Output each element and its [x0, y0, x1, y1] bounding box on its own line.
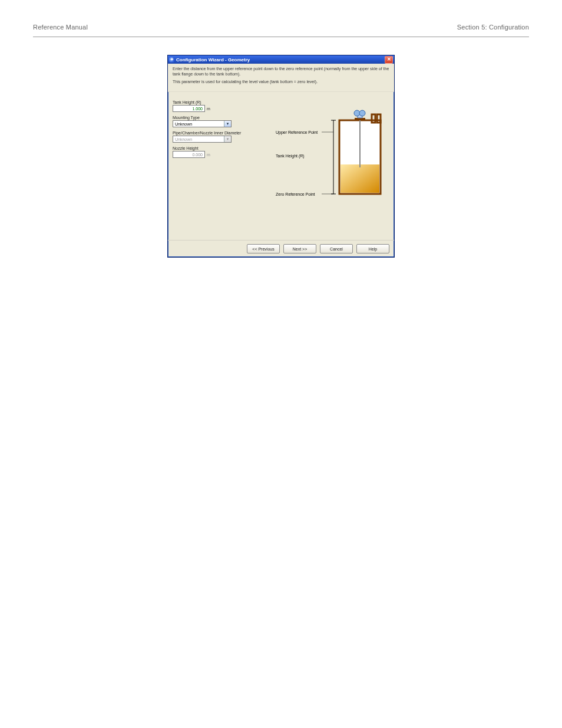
diagram-upper-ref-label: Upper Reference Point [276, 130, 318, 135]
header-left: Reference Manual [33, 24, 88, 31]
help-button[interactable]: Help [356, 244, 389, 253]
mounting-type-value: Unknown [173, 122, 224, 126]
cancel-button[interactable]: Cancel [320, 244, 353, 253]
next-button[interactable]: Next >> [283, 244, 316, 253]
form-column: Tank Height (R) 1.000 m Mounting Type Un… [173, 97, 267, 229]
diagram-zero-ref-label: Zero Reference Point [276, 192, 315, 196]
previous-button[interactable]: << Previous [247, 244, 280, 253]
diagram-tank-height-label: Tank Height (R) [276, 154, 305, 159]
inner-diameter-value: Unknown [173, 137, 224, 141]
dialog-body: Tank Height (R) 1.000 m Mounting Type Un… [168, 92, 394, 240]
page-header: Reference Manual Section 5: Configuratio… [33, 24, 529, 31]
svg-rect-1 [340, 164, 379, 193]
header-rule [33, 37, 529, 37]
instruction-line-2: This parameter is used for calculating t… [173, 80, 389, 85]
tank-height-unit: m [207, 107, 210, 111]
inner-diameter-select: Unknown ▼ [173, 136, 232, 143]
tank-height-label: Tank Height (R) [173, 100, 267, 104]
inner-diameter-label: Pipe/Chamber/Nozzle Inner Diameter [173, 131, 267, 135]
svg-point-7 [359, 110, 365, 116]
chevron-down-icon: ▼ [224, 121, 231, 127]
mounting-type-select[interactable]: Unknown ▼ [173, 120, 232, 127]
close-button[interactable]: ✕ [385, 56, 393, 64]
nozzle-height-input: 0.000 [173, 151, 205, 158]
tank-height-input[interactable]: 1.000 [173, 105, 205, 112]
chevron-down-icon: ▼ [224, 136, 231, 142]
instruction-panel: Enter the distance from the upper refere… [168, 64, 394, 92]
nozzle-height-unit: m [207, 153, 210, 157]
dialog-title: Configuration Wizard - Geometry [176, 57, 385, 62]
close-icon: ✕ [387, 57, 391, 62]
nozzle-height-label: Nozzle Height [173, 146, 267, 150]
config-wizard-dialog: ✦ Configuration Wizard - Geometry ✕ Ente… [167, 55, 395, 258]
mounting-type-label: Mounting Type [173, 116, 267, 120]
instruction-line-1: Enter the distance from the upper refere… [173, 67, 389, 77]
tank-diagram: Upper Reference Point Tank Height (R) Ze… [275, 97, 389, 209]
header-right: Section 5: Configuration [457, 24, 529, 31]
diagram-column: Upper Reference Point Tank Height (R) Ze… [274, 97, 389, 229]
app-icon: ✦ [169, 57, 174, 62]
svg-rect-4 [355, 118, 365, 120]
button-row: << Previous Next >> Cancel Help [168, 240, 394, 257]
titlebar[interactable]: ✦ Configuration Wizard - Geometry ✕ [168, 55, 394, 64]
